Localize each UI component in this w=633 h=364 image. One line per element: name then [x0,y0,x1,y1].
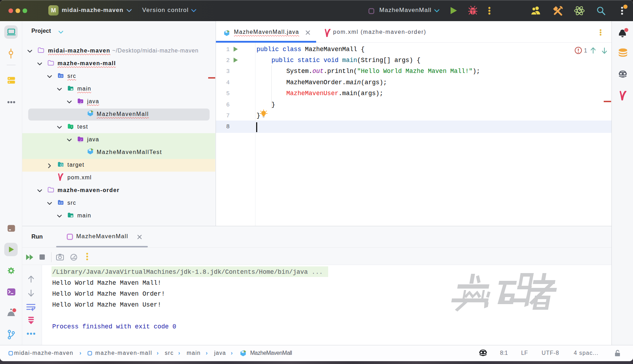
svg-text:1: 1 [584,48,587,54]
